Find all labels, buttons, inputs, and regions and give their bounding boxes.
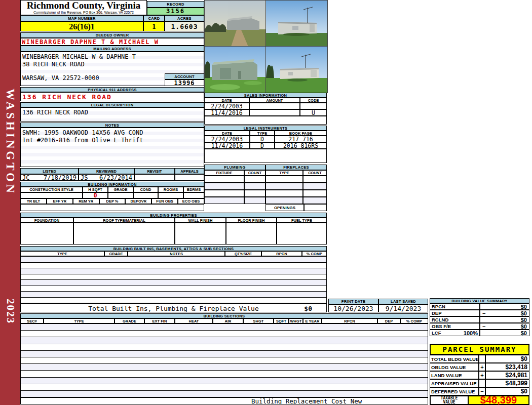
- building-info-empty-row: [20, 204, 204, 211]
- bvs-lcf-value: $0: [521, 330, 527, 336]
- instr-date-header: DATE: [204, 131, 250, 136]
- reviewed-by: JS: [81, 174, 88, 181]
- rooms-header: ROOMS: [158, 187, 183, 192]
- parcel-summary-header: PARCEL SUMMARY: [430, 344, 529, 355]
- sec-air-header: AIR: [213, 318, 243, 323]
- photo-grid: [204, 0, 327, 92]
- fuel-type-header: FUEL TYPE: [277, 218, 327, 223]
- remyr-header: REM YR: [73, 198, 99, 204]
- fireplaces-header: FIREPLACES: [265, 165, 327, 170]
- sales-empty-row: [204, 116, 327, 125]
- listed-header: LISTED: [20, 168, 79, 174]
- ps-land-label: LAND VALUE: [430, 371, 479, 379]
- builtins-total-row: Total Built Ins, Plumbing & Fireplace Va…: [20, 303, 327, 312]
- plumbing-count-header: COUNT: [244, 170, 265, 176]
- sidebar-state-label: WASHINGTON: [0, 76, 20, 208]
- sales-row1-code: [300, 103, 327, 109]
- sec-header: SEC#: [20, 318, 44, 323]
- floor-finish-value: [226, 223, 277, 245]
- card-value: 1: [143, 21, 165, 31]
- plumbing-row-4: [204, 197, 327, 204]
- sec-shgt-header: SHGT: [243, 318, 274, 323]
- appeals-value: [175, 174, 204, 181]
- roof-type-header: ROOF TYPE/MATERIAL: [73, 218, 175, 223]
- sec-rpcn-header: RPCN: [322, 318, 377, 323]
- plumbing-row-2: [204, 183, 327, 190]
- sec-eyear-header: E YEAR: [303, 318, 322, 323]
- bvs-rclnd-value: $0: [521, 317, 527, 323]
- notes-line1: SWMH: 1995 OAKWOOD 14X56 AVG COND: [22, 129, 143, 136]
- bvs-rpcn-value: $0: [521, 304, 527, 310]
- sec-dep-header: DEP: [377, 318, 400, 323]
- ps-row-totalbldg: TOTAL BLDG VALUE $0: [430, 355, 529, 363]
- sales-row2-code: U: [300, 109, 327, 116]
- sales-information-header: SALES INFORMATION: [204, 93, 327, 98]
- foundation-value: [20, 223, 73, 245]
- print-date-header: PRINT DATE: [328, 299, 378, 304]
- bvs-row-obs: OBS F/E −$0: [430, 323, 529, 330]
- hsqft-header: H SQFT: [83, 187, 108, 192]
- sec-heat-header: HEAT: [175, 318, 213, 323]
- effyr-header: EFF YR: [47, 198, 73, 204]
- ps-totalbldg-label: TOTAL BLDG VALUE: [430, 355, 479, 363]
- bvs-row-rpcn: RPCN $0: [430, 303, 529, 310]
- mailing-address-header: MAILING ADDRESS: [20, 46, 204, 52]
- bvs-obs-label: OBS F/E: [432, 323, 451, 329]
- grade-header: GRADE: [108, 187, 133, 192]
- ps-taxable-value: $48,399: [469, 395, 529, 405]
- instr-type-header: TYPE: [250, 131, 275, 136]
- physical-address-header: PHYSICAL 911 ADDRESS: [20, 87, 204, 92]
- listed-value: JC 7/18/2019: [20, 174, 79, 181]
- plumbing-header: PLUMBING: [204, 165, 265, 170]
- bvs-row-lcf: LCF100% $0: [430, 330, 529, 336]
- roof-type-value: [73, 223, 175, 245]
- instr-row2-date: 11/4/2016: [204, 142, 250, 149]
- ps-row-appraised: APPRAISED VALUE $48,399: [430, 379, 529, 387]
- ps-row-taxable: TAXABLE VALUE $48,399: [430, 395, 529, 405]
- depovr-header: DEPOVR: [125, 198, 151, 204]
- building-properties-header: BUILDING PROPERTIES: [20, 213, 327, 218]
- reviewed-date: 6/23/2014: [99, 174, 132, 181]
- sec-extfin-header: EXT FIN: [144, 318, 175, 323]
- photo-mobile-home-rear[interactable]: [265, 0, 328, 47]
- funobs-header: FUN OBS: [151, 198, 178, 204]
- sales-code-header: CODE: [300, 98, 327, 103]
- cond-value: [133, 192, 158, 198]
- cond-header: COND: [133, 187, 158, 192]
- photo-mobile-home-side[interactable]: [265, 46, 328, 93]
- photo-metal-building-front[interactable]: [204, 46, 267, 93]
- acres-header: ACRES: [165, 15, 204, 21]
- wall-finish-header: WALL FINISH: [175, 218, 226, 223]
- construction-style-header: CONSTRUCTION STYLE: [20, 187, 83, 192]
- bvs-obs-value: $0: [521, 323, 527, 330]
- sales-row-1: 2/24/2003: [204, 103, 327, 109]
- instr-row1-type: D: [250, 136, 275, 142]
- account-header: ACCOUNT: [165, 73, 204, 79]
- sec-comp-header: % COMP: [400, 318, 428, 323]
- listed-by: JC: [22, 174, 29, 181]
- building-information-header: BUILDING INFORMATION: [20, 182, 204, 187]
- legal-description-box: 136 RICH NECK ROAD: [20, 107, 204, 122]
- builtins-rpcn-header: RPCN: [261, 251, 302, 256]
- notes-box: SWMH: 1995 OAKWOOD 14X56 AVG COND Int #2…: [20, 128, 204, 167]
- instr-row-1: 2/24/2003 D 217 716: [204, 136, 327, 142]
- listed-date: 7/18/2019: [44, 174, 77, 181]
- card-header: CARD: [143, 15, 165, 21]
- sections-empty-rows: [20, 323, 428, 397]
- bvs-lcf-label: LCF: [432, 330, 441, 336]
- legal-instruments-header: LEGAL INSTRUMENTS: [204, 126, 327, 131]
- ecoobs-header: ECO OBS: [178, 198, 204, 204]
- county-title-box: Richmond County, Virginia Commissioner o…: [20, 0, 147, 15]
- ps-obldg-label: OBLDG VALUE: [430, 363, 479, 371]
- sidebar-year-label: 2023: [0, 291, 20, 332]
- builtins-total-label: Total Built Ins, Plumbing & Fireplace Va…: [21, 305, 326, 312]
- sec-grade-header: GRADE: [115, 318, 144, 323]
- building-value-summary-header: BUILDING VALUE SUMMARY: [430, 298, 529, 303]
- sales-row1-amount: [249, 103, 300, 109]
- builtins-notes-header: NOTES: [128, 251, 225, 256]
- legal-description-header: LEGAL DESCRIPTION: [20, 102, 204, 107]
- photo-metal-building-driveway[interactable]: [204, 0, 267, 47]
- mailing-line3: WARSAW, VA 22572-0000: [22, 74, 99, 82]
- builtins-qty-header: QTY/SIZE: [225, 251, 261, 256]
- bdrms-header: BDRMS: [183, 187, 204, 192]
